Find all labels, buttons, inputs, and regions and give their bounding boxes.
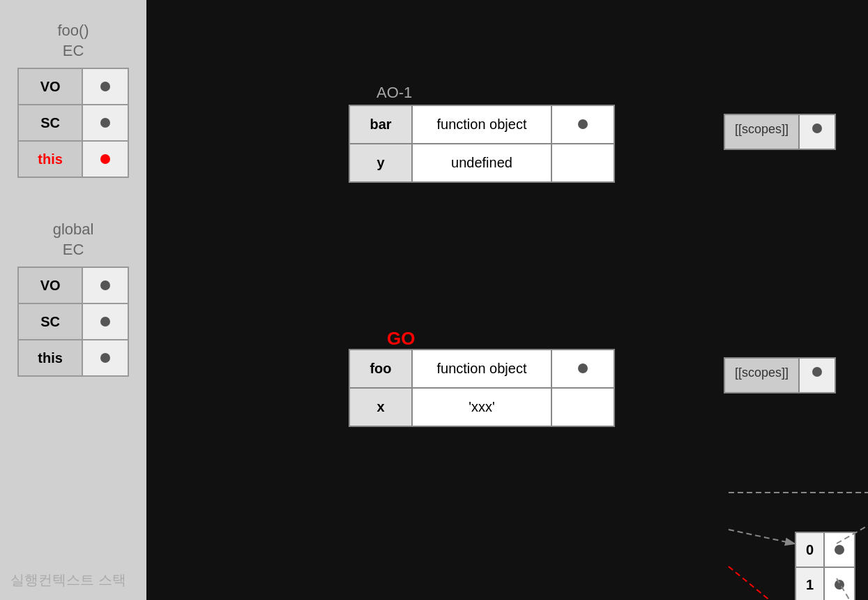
global-sc-dot xyxy=(82,303,128,340)
foo-sc-dot xyxy=(82,105,128,141)
global-this-dot xyxy=(82,340,128,376)
foo-sc-label: SC xyxy=(18,105,82,141)
ao1-y-value: undefined xyxy=(412,144,551,182)
scopes-box-1: [[scopes]] xyxy=(724,114,836,150)
global-vo-label: VO xyxy=(18,267,82,303)
ao1-bar-dot xyxy=(551,105,614,144)
foo-ec-table: VO SC this xyxy=(17,68,129,178)
scopes1-label: [[scopes]] xyxy=(725,115,800,149)
ao1-y-key: y xyxy=(349,144,412,182)
foo-sc-arr-1-dot xyxy=(824,567,855,600)
foo-ec-label: foo()EC xyxy=(57,21,89,61)
ao1-bar-key: bar xyxy=(349,105,412,144)
foo-sc-array: 0 1 xyxy=(795,532,855,600)
arrow-foo-sc-arr xyxy=(729,530,793,543)
go-x-placeholder xyxy=(551,388,614,426)
global-ec-table: VO SC this xyxy=(17,267,129,377)
left-panel: foo()EC VO SC this globalEC VO SC this 실… xyxy=(0,0,146,600)
ao1-table: bar function object y undefined xyxy=(349,105,615,183)
go-foo-dot xyxy=(551,350,614,388)
scopes2-label: [[scopes]] xyxy=(725,359,800,392)
scopes2-dot xyxy=(800,359,835,392)
global-this-label: this xyxy=(18,340,82,376)
go-table: foo function object x 'xxx' xyxy=(349,349,615,427)
scopes-box-2: [[scopes]] 0 1 0 xyxy=(724,357,836,393)
main-area: AO-1 bar function object y undefined GO … xyxy=(146,0,868,600)
foo-vo-label: VO xyxy=(18,68,82,105)
go-label: GO xyxy=(387,328,415,350)
go-foo-value: function object xyxy=(412,350,551,388)
foo-sc-arr-1-label: 1 xyxy=(795,567,824,600)
go-x-key: x xyxy=(349,388,412,426)
stack-label: 실행컨텍스트 스택 xyxy=(10,571,126,590)
scopes1-dot xyxy=(800,115,835,149)
go-x-value: 'xxx' xyxy=(412,388,551,426)
foo-this-label: this xyxy=(18,141,82,177)
foo-this-dot xyxy=(82,141,128,177)
global-ec-label: globalEC xyxy=(53,220,94,260)
ao1-bar-value: function object xyxy=(412,105,551,144)
ao1-label: AO-1 xyxy=(376,84,412,102)
foo-sc-arr-0-dot xyxy=(824,532,855,567)
foo-sc-arr-0-label: 0 xyxy=(795,532,824,567)
go-foo-key: foo xyxy=(349,350,412,388)
foo-vo-dot xyxy=(82,68,128,105)
ao1-y-placeholder xyxy=(551,144,614,182)
global-sc-label: SC xyxy=(18,303,82,340)
global-vo-dot xyxy=(82,267,128,303)
